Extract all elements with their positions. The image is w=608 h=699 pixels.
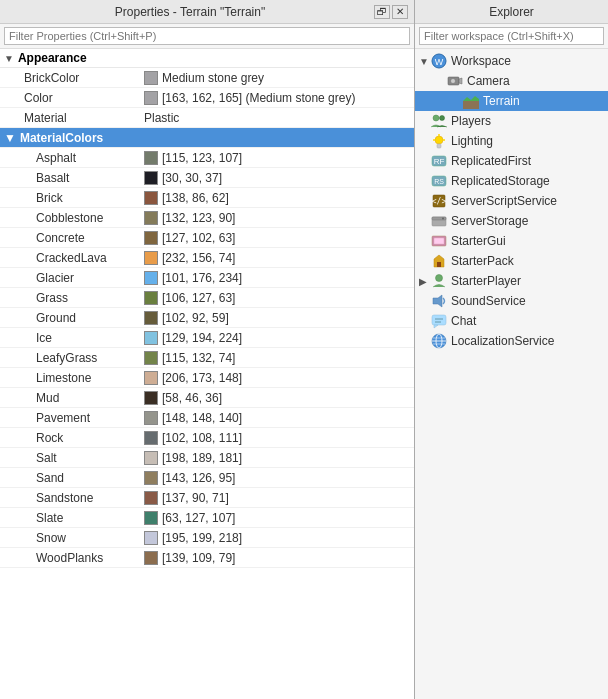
prop-ground[interactable]: Ground [102, 92, 59] xyxy=(0,308,414,328)
basalt-swatch xyxy=(144,171,158,185)
prop-leafygrass[interactable]: LeafyGrass [115, 132, 74] xyxy=(0,348,414,368)
svg-marker-3 xyxy=(459,78,462,84)
svg-text:W: W xyxy=(435,57,444,67)
svg-marker-28 xyxy=(433,295,442,307)
prop-cobblestone-value: [132, 123, 90] xyxy=(140,209,414,227)
replicatedstorage-icon: RS xyxy=(431,173,447,189)
woodplanks-swatch xyxy=(144,551,158,565)
prop-pavement[interactable]: Pavement [148, 148, 140] xyxy=(0,408,414,428)
workspace-arrow[interactable]: ▼ xyxy=(419,56,431,67)
explorer-filter-input[interactable] xyxy=(419,27,604,45)
svg-point-23 xyxy=(442,218,444,220)
lighting-icon xyxy=(431,133,447,149)
tree-item-starterpack[interactable]: ▶ StarterPack xyxy=(415,251,608,271)
prop-asphalt[interactable]: Asphalt [115, 123, 107] xyxy=(0,148,414,168)
prop-concrete[interactable]: Concrete [127, 102, 63] xyxy=(0,228,414,248)
materialcolors-section-header[interactable]: ▼ MaterialColors xyxy=(0,128,414,148)
tree-item-soundservice[interactable]: ▶ SoundService xyxy=(415,291,608,311)
asphalt-swatch xyxy=(144,151,158,165)
appearance-label: Appearance xyxy=(18,51,87,65)
startergui-label: StarterGui xyxy=(451,234,506,248)
brickcolor-swatch xyxy=(144,71,158,85)
tree-item-lighting[interactable]: ▶ Lighting xyxy=(415,131,608,151)
prop-pavement-name: Pavement xyxy=(0,409,140,427)
prop-basalt[interactable]: Basalt [30, 30, 37] xyxy=(0,168,414,188)
tree-item-serverscriptservice[interactable]: ▶ </> ServerScriptService xyxy=(415,191,608,211)
prop-mud-value: [58, 46, 36] xyxy=(140,389,414,407)
prop-ice-name: Ice xyxy=(0,329,140,347)
tree-item-players[interactable]: ▶ Players xyxy=(415,111,608,131)
prop-crackedlava[interactable]: CrackedLava [232, 156, 74] xyxy=(0,248,414,268)
prop-material[interactable]: Material Plastic xyxy=(0,108,414,128)
prop-sandstone-name: Sandstone xyxy=(0,489,140,507)
soundservice-label: SoundService xyxy=(451,294,526,308)
svg-rect-5 xyxy=(463,101,479,109)
prop-asphalt-value: [115, 123, 107] xyxy=(140,149,414,167)
prop-brickcolor[interactable]: BrickColor Medium stone grey xyxy=(0,68,414,88)
svg-text:RF: RF xyxy=(434,157,445,166)
prop-ice[interactable]: Ice [129, 194, 224] xyxy=(0,328,414,348)
svg-point-4 xyxy=(451,79,456,84)
svg-rect-25 xyxy=(434,238,444,244)
minimize-button[interactable]: 🗗 xyxy=(374,5,390,19)
prop-material-value: Plastic xyxy=(140,109,414,127)
prop-material-name: Material xyxy=(0,109,140,127)
ice-swatch xyxy=(144,331,158,345)
tree-item-localizationservice[interactable]: ▶ LocalizationService xyxy=(415,331,608,351)
explorer-panel: Explorer ▼ W Workspace ▶ Camera ▶ xyxy=(415,0,608,699)
sandstone-swatch xyxy=(144,491,158,505)
prop-crackedlava-name: CrackedLava xyxy=(0,249,140,267)
replicatedfirst-label: ReplicatedFirst xyxy=(451,154,531,168)
prop-salt-name: Salt xyxy=(0,449,140,467)
workspace-label: Workspace xyxy=(451,54,511,68)
prop-concrete-value: [127, 102, 63] xyxy=(140,229,414,247)
prop-limestone[interactable]: Limestone [206, 173, 148] xyxy=(0,368,414,388)
prop-glacier[interactable]: Glacier [101, 176, 234] xyxy=(0,268,414,288)
glacier-swatch xyxy=(144,271,158,285)
properties-panel: Properties - Terrain "Terrain" 🗗 ✕ ▼ App… xyxy=(0,0,415,699)
svg-text:</>: </> xyxy=(432,197,447,206)
prop-sand[interactable]: Sand [143, 126, 95] xyxy=(0,468,414,488)
tree-item-workspace[interactable]: ▼ W Workspace xyxy=(415,51,608,71)
tree-item-startergui[interactable]: ▶ StarterGui xyxy=(415,231,608,251)
tree-item-starterplayer[interactable]: ▶ StarterPlayer xyxy=(415,271,608,291)
prop-mud[interactable]: Mud [58, 46, 36] xyxy=(0,388,414,408)
svg-point-8 xyxy=(440,116,445,121)
prop-brick-value: [138, 86, 62] xyxy=(140,189,414,207)
prop-color-name: Color xyxy=(0,89,140,107)
localizationservice-icon xyxy=(431,333,447,349)
tree-item-replicatedstorage[interactable]: ▶ RS ReplicatedStorage xyxy=(415,171,608,191)
players-label: Players xyxy=(451,114,491,128)
prop-color[interactable]: Color [163, 162, 165] (Medium stone grey… xyxy=(0,88,414,108)
prop-brickcolor-name: BrickColor xyxy=(0,69,140,87)
filter-input[interactable] xyxy=(4,27,410,45)
camera-label: Camera xyxy=(467,74,510,88)
materialcolors-value xyxy=(140,136,414,140)
close-button[interactable]: ✕ xyxy=(392,5,408,19)
concrete-swatch xyxy=(144,231,158,245)
starterplayer-arrow[interactable]: ▶ xyxy=(419,276,431,287)
prop-woodplanks[interactable]: WoodPlanks [139, 109, 79] xyxy=(0,548,414,568)
prop-leafygrass-value: [115, 132, 74] xyxy=(140,349,414,367)
tree-item-camera[interactable]: ▶ Camera xyxy=(415,71,608,91)
slate-swatch xyxy=(144,511,158,525)
prop-sand-name: Sand xyxy=(0,469,140,487)
pavement-swatch xyxy=(144,411,158,425)
terrain-icon xyxy=(463,93,479,109)
prop-brick[interactable]: Brick [138, 86, 62] xyxy=(0,188,414,208)
tree-item-chat[interactable]: ▶ Chat xyxy=(415,311,608,331)
prop-grass[interactable]: Grass [106, 127, 63] xyxy=(0,288,414,308)
prop-woodplanks-name: WoodPlanks xyxy=(0,549,140,567)
prop-cobblestone[interactable]: Cobblestone [132, 123, 90] xyxy=(0,208,414,228)
appearance-section-header[interactable]: ▼ Appearance xyxy=(0,49,414,68)
prop-sandstone[interactable]: Sandstone [137, 90, 71] xyxy=(0,488,414,508)
prop-slate[interactable]: Slate [63, 127, 107] xyxy=(0,508,414,528)
prop-snow[interactable]: Snow [195, 199, 218] xyxy=(0,528,414,548)
tree-item-terrain[interactable]: ▶ Terrain xyxy=(415,91,608,111)
prop-rock[interactable]: Rock [102, 108, 111] xyxy=(0,428,414,448)
players-icon xyxy=(431,113,447,129)
replicatedstorage-label: ReplicatedStorage xyxy=(451,174,550,188)
tree-item-replicatedfirst[interactable]: ▶ RF ReplicatedFirst xyxy=(415,151,608,171)
tree-item-serverstorage[interactable]: ▶ ServerStorage xyxy=(415,211,608,231)
prop-salt[interactable]: Salt [198, 189, 181] xyxy=(0,448,414,468)
